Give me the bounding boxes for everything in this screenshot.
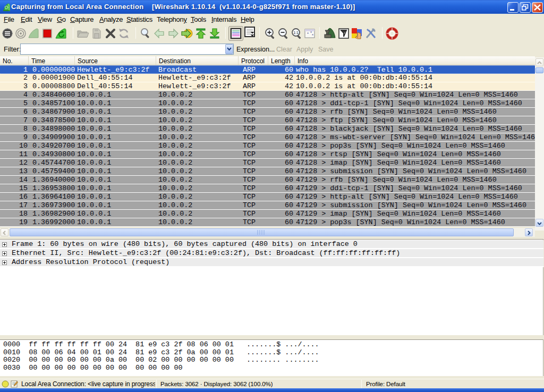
svg-text:*: * — [307, 31, 309, 36]
svg-text:1:1: 1:1 — [293, 31, 299, 35]
svg-text:*: * — [312, 33, 313, 38]
